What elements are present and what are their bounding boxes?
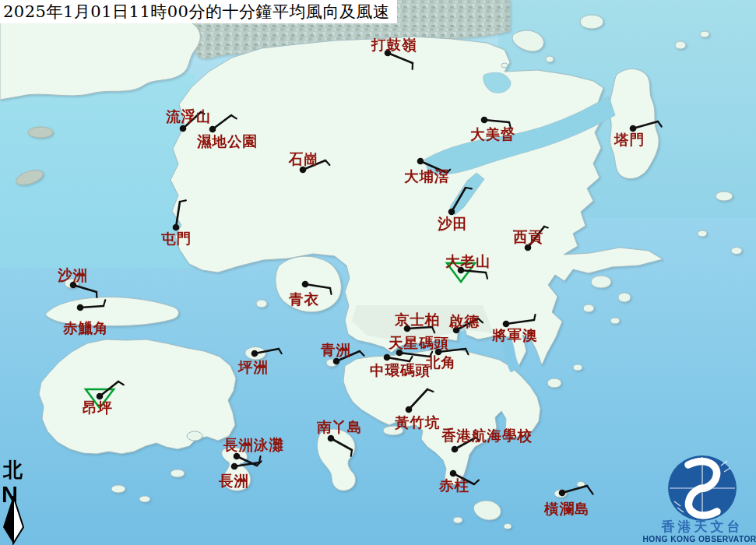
station-dot <box>450 470 457 477</box>
station-label: 大美督 <box>470 126 516 142</box>
station-dot <box>384 354 391 361</box>
station-label: 青洲 <box>320 342 351 358</box>
station-dot <box>173 224 180 231</box>
station-label: 長洲 <box>218 473 249 489</box>
station-dot <box>180 125 187 132</box>
clear-water-bay-islet <box>573 364 582 371</box>
station-dot <box>234 453 241 460</box>
station-dot <box>209 126 216 133</box>
station-dot <box>481 117 488 124</box>
station-label: 塔門 <box>614 132 645 148</box>
hko-logo-english: HONG KONG OBSERVATORY <box>642 535 756 543</box>
station-dot <box>77 304 84 311</box>
station-label: 流浮山 <box>165 108 212 125</box>
station-label: 黃竹坑 <box>395 414 441 431</box>
station-label: 屯門 <box>161 230 192 247</box>
wind-barb-tick <box>534 315 535 320</box>
wind-barb-tick <box>466 188 472 188</box>
station-label: 啟德 <box>448 313 480 329</box>
station-label: 打鼓嶺 <box>371 37 417 53</box>
station-dot <box>406 406 413 413</box>
station-label: 青衣 <box>288 291 319 308</box>
station-label: 赤鱲角 <box>62 320 109 336</box>
soko-islands <box>139 496 150 502</box>
wind-barb-tick <box>180 200 186 202</box>
station-dot <box>452 446 459 453</box>
station-label: 京士柏 <box>394 311 441 328</box>
station-label: 沙洲 <box>57 267 88 283</box>
lantau-island-land <box>39 339 236 454</box>
station-label: 中環碼頭 <box>370 362 431 378</box>
station-dot <box>302 281 309 288</box>
station-dot <box>503 321 510 328</box>
port-shelter-islet <box>583 304 594 312</box>
kau-sai-chau-island <box>591 276 611 288</box>
station-dot <box>559 490 566 497</box>
hko-logo-chinese: 香港天文台 <box>661 519 744 534</box>
wind-barb-tick <box>544 227 548 228</box>
station-dot <box>231 463 238 470</box>
station-label: 長洲泳灘 <box>223 437 284 453</box>
station-label: 大埔滘 <box>404 168 450 185</box>
station-dot <box>251 350 258 357</box>
wind-barb-tick <box>259 456 261 462</box>
station-label: 將軍澳 <box>491 327 538 343</box>
station-label: 濕地公園 <box>196 133 258 149</box>
po-toi-islands <box>453 517 462 523</box>
mirs-bay-islet <box>501 63 508 68</box>
deep-bay-islet <box>28 127 53 138</box>
station-label: 赤柱 <box>438 477 469 494</box>
station-label: 香港航海學校 <box>441 427 533 444</box>
station-dot <box>328 435 335 442</box>
ninepin-islet <box>698 230 707 237</box>
shek-kwu-chau-island <box>171 469 185 477</box>
station-label: 坪洲 <box>237 359 269 375</box>
station-label: 天星碼頭 <box>388 335 449 351</box>
station-label: 大老山 <box>445 253 491 269</box>
station-label: 昂坪 <box>83 399 113 416</box>
port-shelter-islet <box>618 293 631 302</box>
wind-barb-tick <box>351 450 352 456</box>
ninepin-islet <box>716 192 733 201</box>
station-label: 南丫島 <box>316 419 363 435</box>
station-dot <box>417 158 424 165</box>
mirs-bay-islet <box>700 31 709 37</box>
mirs-bay-islet <box>546 56 554 62</box>
wind-map: 打鼓嶺流浮山濕地公園大美督塔門石崗大埔滘沙田屯門沙洲赤鱲角青衣大老山西貢京士柏啟… <box>0 0 756 545</box>
compass-hanzi: 北 <box>2 459 23 481</box>
map-title: 2025年1月01日11時00分的十分鐘平均風向及風速 <box>0 0 397 23</box>
ninepin-islet <box>731 248 742 255</box>
hei-ling-chau-island <box>187 431 202 441</box>
station-label: 沙田 <box>437 216 468 232</box>
station-dot <box>630 125 637 132</box>
mirs-bay-islet <box>675 41 686 49</box>
port-shelter-islet <box>610 318 620 324</box>
tung-lung-chau-island <box>547 378 561 388</box>
ma-wan-island <box>256 300 267 308</box>
po-toi-islands <box>504 524 512 529</box>
station-label: 橫瀾島 <box>543 501 590 517</box>
mirs-bay-island <box>580 15 603 29</box>
station-label: 石崗 <box>288 151 319 167</box>
map-canvas: 打鼓嶺流浮山濕地公園大美督塔門石崗大埔滘沙田屯門沙洲赤鱲角青衣大老山西貢京士柏啟… <box>0 0 756 545</box>
station-dot <box>97 393 104 400</box>
wind-barb-tick <box>330 288 332 294</box>
station-dot <box>333 358 340 365</box>
station-label: 西貢 <box>512 229 543 245</box>
soko-islands <box>111 485 125 493</box>
station-dot <box>448 209 455 216</box>
